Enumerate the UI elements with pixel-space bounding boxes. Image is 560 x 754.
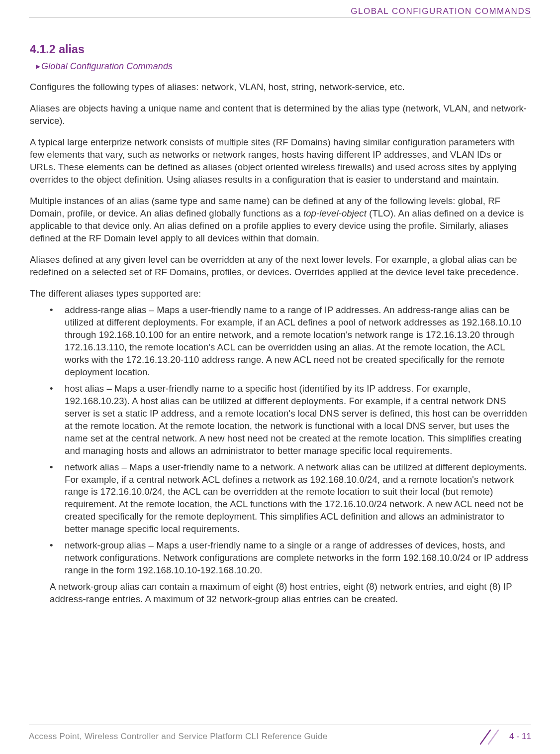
breadcrumb-arrow-icon: ▸ [36, 61, 40, 71]
page-header-category: GLOBAL CONFIGURATION COMMANDS [29, 6, 531, 17]
paragraph-4: Multiple instances of an alias (same typ… [30, 195, 530, 245]
paragraph-intro: Configures the following types of aliase… [30, 81, 530, 94]
page-number: 4 - 11 [509, 731, 531, 743]
list-item: host alias – Maps a user-friendly name t… [50, 383, 530, 457]
paragraph-3: A typical large enterprize network consi… [30, 136, 530, 186]
paragraph-6: The different aliases types supported ar… [30, 288, 530, 300]
header-divider [29, 17, 531, 17]
footer-divider [29, 725, 531, 725]
breadcrumb-text: Global Configuration Commands [41, 61, 173, 71]
breadcrumb: ▸Global Configuration Commands [36, 60, 530, 72]
list-item: network alias – Maps a user-friendly nam… [50, 461, 530, 536]
post-list-paragraph: A network-group alias can contain a maxi… [50, 581, 530, 606]
list-item: network-group alias – Maps a user-friend… [50, 539, 530, 577]
page-footer: Access Point, Wireless Controller and Se… [29, 728, 531, 745]
paragraph-2: Aliases are objects having a unique name… [30, 103, 530, 127]
footer-guide-title: Access Point, Wireless Controller and Se… [29, 731, 327, 743]
paragraph-5: Aliases defined at any given level can b… [30, 254, 530, 279]
footer-logo-icon [479, 728, 502, 745]
list-item: address-range alias – Maps a user-friend… [50, 304, 530, 379]
footer-right: 4 - 11 [479, 728, 531, 745]
section-title: 4.1.2 alias [30, 42, 530, 57]
tlo-term: top-level-object [303, 208, 367, 218]
content-area: 4.1.2 alias ▸Global Configuration Comman… [30, 42, 530, 615]
alias-types-list: address-range alias – Maps a user-friend… [50, 304, 530, 577]
